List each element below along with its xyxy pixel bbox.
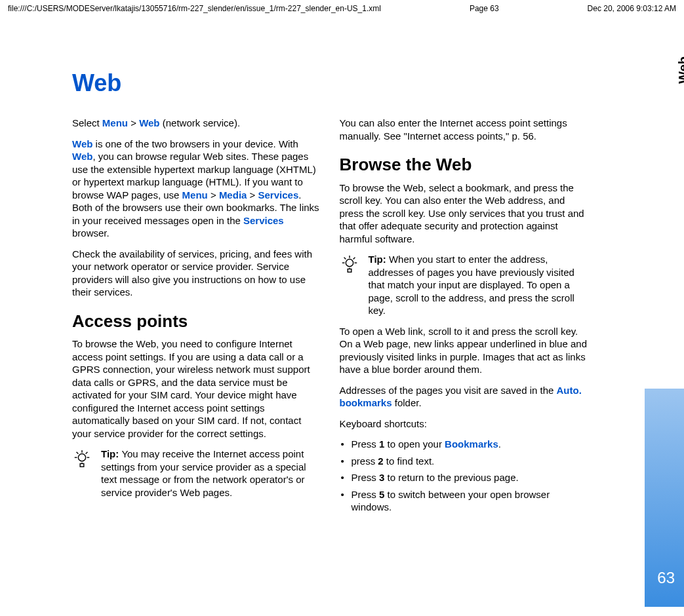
tip-text: Tip: You may receive the Internet access… bbox=[101, 448, 320, 499]
list-item: Press 3 to return to the previous page. bbox=[340, 471, 588, 484]
svg-line-13 bbox=[344, 258, 346, 260]
shortcut-list: Press 1 to open your Bookmarks. press 2 … bbox=[340, 438, 588, 514]
web-link: Web bbox=[72, 151, 92, 162]
page: Web 63 Web Select Menu > Web (network se… bbox=[0, 17, 684, 607]
shortcuts-heading: Keyboard shortcuts: bbox=[340, 417, 588, 431]
bookmarks-link: Bookmarks bbox=[445, 438, 498, 450]
tip-label: Tip: bbox=[369, 254, 389, 265]
svg-point-8 bbox=[346, 260, 353, 267]
page-indicator: Page 63 bbox=[470, 4, 499, 13]
paragraph: Check the availability of services, pric… bbox=[72, 248, 320, 299]
menu-link: Menu bbox=[102, 117, 128, 128]
text: Press bbox=[352, 472, 380, 483]
text: to find text. bbox=[384, 455, 435, 467]
tip-block: Tip: When you start to enter the address… bbox=[340, 253, 588, 317]
text: (network service). bbox=[160, 117, 241, 128]
file-path: file:///C:/USERS/MODEServer/lkatajis/130… bbox=[8, 4, 381, 13]
svg-point-0 bbox=[78, 454, 85, 461]
doc-header: file:///C:/USERS/MODEServer/lkatajis/130… bbox=[0, 0, 684, 17]
tip-label: Tip: bbox=[101, 448, 121, 459]
text: Press bbox=[352, 489, 380, 500]
side-tab-label: Web bbox=[676, 56, 684, 84]
section-access-points: Access points bbox=[72, 311, 320, 333]
text: is one of the two browsers in your devic… bbox=[92, 138, 298, 149]
svg-rect-15 bbox=[348, 269, 352, 273]
text: to return to the previous page. bbox=[384, 472, 518, 483]
text: to open your bbox=[384, 438, 445, 450]
text: When you start to enter the address, add… bbox=[369, 254, 574, 316]
side-tab bbox=[645, 122, 684, 607]
menu-link: Menu bbox=[182, 189, 208, 201]
datetime: Dec 20, 2006 9:03:12 AM bbox=[588, 4, 676, 13]
paragraph: Addresses of the pages you visit are sav… bbox=[340, 384, 588, 410]
svg-rect-7 bbox=[80, 464, 84, 467]
svg-line-14 bbox=[353, 258, 355, 260]
text: Press bbox=[352, 438, 380, 450]
page-number: 63 bbox=[657, 569, 675, 587]
paragraph: To browse the Web, select a bookmark, an… bbox=[340, 182, 588, 246]
media-link: Media bbox=[219, 189, 247, 201]
list-item: Press 1 to open your Bookmarks. bbox=[340, 438, 588, 451]
intro-line: Select Menu > Web (network service). bbox=[72, 117, 320, 130]
web-link: Web bbox=[139, 117, 159, 128]
text: > bbox=[208, 189, 219, 201]
columns: Select Menu > Web (network service). Web… bbox=[72, 117, 587, 518]
services-link: Services bbox=[243, 215, 284, 226]
tip-block: Tip: You may receive the Internet access… bbox=[72, 448, 320, 499]
text: > bbox=[247, 189, 258, 201]
text: press bbox=[352, 455, 378, 467]
text: Select bbox=[72, 117, 102, 128]
tip-icon bbox=[340, 254, 359, 274]
svg-line-6 bbox=[86, 452, 88, 454]
page-title: Web bbox=[72, 69, 587, 97]
web-link: Web bbox=[72, 138, 92, 149]
list-item: Press 5 to switch between your open brow… bbox=[340, 488, 588, 514]
paragraph: Web is one of the two browsers in your d… bbox=[72, 138, 320, 240]
content-area: Web Select Menu > Web (network service).… bbox=[0, 17, 626, 531]
text: . bbox=[498, 438, 501, 450]
paragraph: To open a Web link, scroll to it and pre… bbox=[340, 325, 588, 376]
text: You may receive the Internet access poin… bbox=[101, 448, 306, 498]
text: folder. bbox=[392, 397, 422, 408]
tip-text: Tip: When you start to enter the address… bbox=[369, 253, 588, 317]
paragraph: To browse the Web, you need to configure… bbox=[72, 337, 320, 440]
section-browse-web: Browse the Web bbox=[340, 154, 588, 176]
column-right: You can also enter the Internet access p… bbox=[340, 117, 588, 518]
svg-line-5 bbox=[77, 452, 79, 454]
key: 2 bbox=[378, 455, 383, 467]
text: > bbox=[128, 117, 139, 128]
list-item: press 2 to find text. bbox=[340, 455, 588, 468]
column-left: Select Menu > Web (network service). Web… bbox=[72, 117, 320, 518]
services-link: Services bbox=[258, 189, 299, 201]
text: Addresses of the pages you visit are sav… bbox=[340, 385, 557, 396]
paragraph: You can also enter the Internet access p… bbox=[340, 117, 588, 142]
tip-icon bbox=[72, 449, 92, 469]
text: browser. bbox=[72, 227, 110, 239]
